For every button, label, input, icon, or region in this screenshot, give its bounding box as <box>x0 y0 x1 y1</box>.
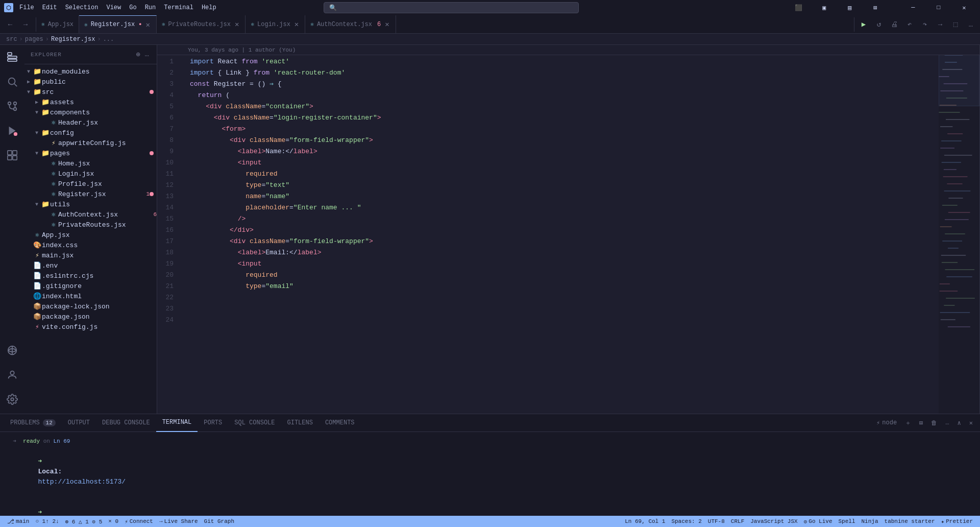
panel-tab-comments[interactable]: COMMENTS <box>319 414 361 432</box>
tree-item-PrivateRoutes-jsx[interactable]: ⚛PrivateRoutes.jsx <box>24 220 157 230</box>
nav-forward-btn[interactable]: → <box>18 17 33 32</box>
menu-run[interactable]: Run <box>145 4 156 11</box>
tree-item-assets[interactable]: ▶📁assets <box>24 97 157 107</box>
encoding-mode[interactable]: UTF-8 <box>705 516 728 527</box>
breadcrumb-more[interactable]: ... <box>103 36 114 43</box>
connect-btn[interactable]: ⚡ Connect <box>121 516 156 527</box>
close-btn[interactable]: ✕ <box>952 0 976 15</box>
tab-register-jsx[interactable]: ⚛ Register.jsx ● ✕ <box>79 15 157 33</box>
tree-item-index-html[interactable]: 🌐index.html <box>24 291 157 301</box>
redo-btn[interactable]: ↷ <box>918 17 932 32</box>
window-sidebar-btn[interactable]: ▣ <box>813 0 836 15</box>
tab-app-jsx[interactable]: ⚛ App.jsx <box>36 15 79 33</box>
tree-item-main-jsx[interactable]: ⚡main.jsx <box>24 250 157 260</box>
live-share-btn[interactable]: → Live Share <box>156 516 201 527</box>
minimize-btn[interactable]: ─ <box>901 0 925 15</box>
panel-close-btn[interactable]: ✕ <box>966 418 976 428</box>
tree-item--eslintrc-cjs[interactable]: 📄.eslintrc.cjs <box>24 271 157 281</box>
tab-close-btn[interactable]: ✕ <box>384 20 390 29</box>
tree-item-config[interactable]: ▼📁config <box>24 128 157 138</box>
panel-tab-sql-console[interactable]: SQL CONSOLE <box>228 414 281 432</box>
window-grid-btn[interactable]: ⊞ <box>864 0 887 15</box>
tree-item-pages[interactable]: ▼📁pages <box>24 148 157 158</box>
tree-item-Profile-jsx[interactable]: ⚛Profile.jsx <box>24 179 157 189</box>
split-terminal-btn[interactable]: ⊞ <box>916 418 926 428</box>
undo-btn[interactable]: ↶ <box>902 17 917 32</box>
git-graph-btn[interactable]: Git Graph <box>201 516 237 527</box>
panel-tab-debug-console[interactable]: DEBUG CONSOLE <box>96 414 156 432</box>
tree-item-Home-jsx[interactable]: ⚛Home.jsx <box>24 158 157 169</box>
menu-file[interactable]: File <box>19 4 34 11</box>
spell-btn[interactable]: Spell <box>836 516 859 527</box>
run-debug-activity-btn[interactable] <box>0 118 24 143</box>
tree-item-index-css[interactable]: 🎨index.css <box>24 240 157 250</box>
tree-item-Header-jsx[interactable]: ⚛Header.jsx <box>24 117 157 128</box>
explorer-activity-btn[interactable] <box>0 45 24 69</box>
tree-item--gitignore[interactable]: 📄.gitignore <box>24 281 157 291</box>
menu-view[interactable]: View <box>106 4 121 11</box>
breadcrumb-pages[interactable]: pages <box>25 36 43 43</box>
step-over-btn[interactable]: ⬚ <box>948 17 963 32</box>
sync-status[interactable]: ○ 1↑ 2↓ <box>32 516 62 527</box>
tree-item-src[interactable]: ▼📁src <box>24 87 157 97</box>
panel-tab-problems[interactable]: PROBLEMS12 <box>4 414 62 432</box>
panel-tab-output[interactable]: OUTPUT <box>62 414 96 432</box>
more-terminal-btn[interactable]: … <box>942 418 952 427</box>
window-panel-btn[interactable]: ▤ <box>838 0 862 15</box>
tab-authcontext[interactable]: ⚛ AuthContext.jsx 6 ✕ <box>305 15 396 33</box>
tree-item-Login-jsx[interactable]: ⚛Login.jsx <box>24 169 157 179</box>
language-mode[interactable]: JavaScript JSX <box>747 516 800 527</box>
panel-tab-ports[interactable]: PORTS <box>198 414 228 432</box>
trash-terminal-btn[interactable]: 🗑 <box>928 418 940 428</box>
source-control-activity-btn[interactable] <box>0 94 24 118</box>
tree-item-AuthContext-jsx[interactable]: ⚛AuthContext.jsx6 <box>24 209 157 220</box>
tree-item-package-lock-json[interactable]: 📦package-lock.json <box>24 301 157 312</box>
problems-count[interactable]: × 0 <box>105 516 121 527</box>
prettier-btn[interactable]: ✦ Prettier <box>938 516 976 527</box>
panel-maximize-btn[interactable]: ∧ <box>954 418 964 428</box>
tab-close-btn[interactable]: ✕ <box>145 20 151 29</box>
breadcrumb-src[interactable]: src <box>6 36 17 43</box>
menu-edit[interactable]: Edit <box>42 4 57 11</box>
tree-item-vite-config-js[interactable]: ⚡vite.config.js <box>24 322 157 332</box>
tree-item-package-json[interactable]: 📦package.json <box>24 312 157 322</box>
ninja-btn[interactable]: Ninja <box>859 516 881 527</box>
new-file-btn[interactable]: ⊕ <box>135 49 141 60</box>
extensions-activity-btn[interactable] <box>0 143 24 167</box>
menu-selection[interactable]: Selection <box>65 4 99 11</box>
settings-activity-btn[interactable] <box>0 387 24 412</box>
code-editor[interactable]: You, 3 days ago | 1 author (You) 1234567… <box>157 45 979 414</box>
remote-activity-btn[interactable] <box>0 338 24 363</box>
tree-item-node_modules[interactable]: ▼📁node_modules <box>24 66 157 77</box>
maximize-btn[interactable]: □ <box>927 0 950 15</box>
tree-item-components[interactable]: ▼📁components <box>24 107 157 117</box>
global-search-input[interactable] <box>324 2 579 13</box>
menu-help[interactable]: Help <box>202 4 216 11</box>
collapse-all-btn[interactable]: … <box>144 49 151 60</box>
go-live-btn[interactable]: ⊙ Go Live <box>801 516 836 527</box>
step-into-btn[interactable]: → <box>933 17 947 32</box>
search-activity-btn[interactable] <box>0 69 24 94</box>
tab-close-btn[interactable]: ✕ <box>234 20 240 29</box>
run-btn[interactable]: ▶ <box>856 17 871 32</box>
terminal-content[interactable]: ➜ ready on Ln 69 ➜ Local: http://localho… <box>0 432 980 516</box>
more-actions-btn[interactable]: … <box>964 17 978 32</box>
window-layout-btn[interactable]: ⬛ <box>787 0 811 15</box>
terminal-type-btn[interactable]: ⚡ node <box>873 418 900 428</box>
code-content[interactable]: import React from 'react'import { Link }… <box>182 45 939 414</box>
menu-terminal[interactable]: Terminal <box>164 4 193 11</box>
tree-item-App-jsx[interactable]: ⚛App.jsx <box>24 230 157 240</box>
git-branch-status[interactable]: ⎇ main <box>4 516 32 527</box>
refresh-btn[interactable]: ↺ <box>872 17 886 32</box>
panel-tab-gitlens[interactable]: GITLENS <box>281 414 319 432</box>
panel-tab-terminal[interactable]: TERMINAL <box>156 414 198 432</box>
accounts-activity-btn[interactable] <box>0 363 24 387</box>
print-btn[interactable]: 🖨 <box>887 17 901 32</box>
line-ending-mode[interactable]: CRLF <box>728 516 747 527</box>
tab-login-jsx[interactable]: ⚛ Login.jsx ✕ <box>246 15 305 33</box>
cursor-position[interactable]: Ln 69, Col 1 <box>622 516 668 527</box>
tree-item--env[interactable]: 📄.env <box>24 260 157 271</box>
menu-go[interactable]: Go <box>129 4 136 11</box>
tab-close-btn[interactable]: ✕ <box>293 20 300 29</box>
tree-item-appwriteConfig-js[interactable]: ⚡appwriteConfig.js <box>24 138 157 148</box>
